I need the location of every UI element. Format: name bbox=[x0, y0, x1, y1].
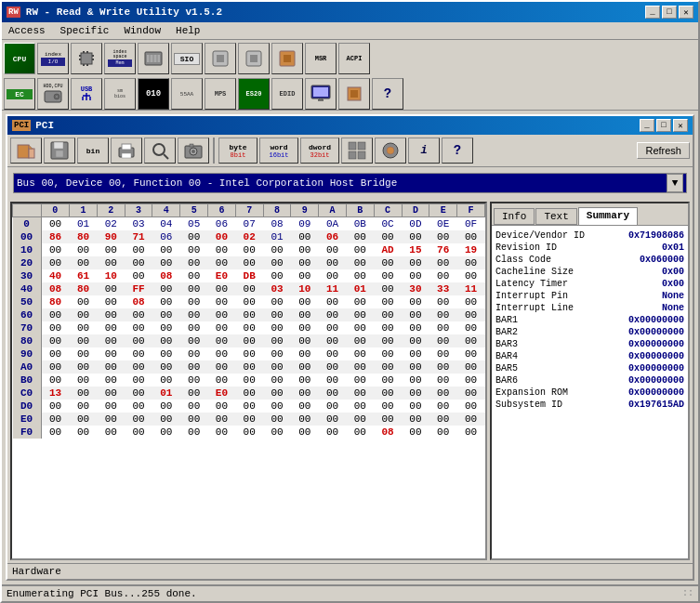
hex-cell[interactable]: 00 bbox=[291, 347, 319, 360]
hex-cell[interactable]: 00 bbox=[208, 308, 236, 321]
hex-grid[interactable]: 0 1 2 3 4 5 6 7 8 9 A B C bbox=[10, 202, 487, 560]
hex-cell[interactable]: 00 bbox=[70, 387, 98, 400]
hex-cell[interactable]: 33 bbox=[429, 282, 457, 295]
hex-cell[interactable]: 00 bbox=[208, 413, 236, 426]
hex-cell[interactable]: 00 bbox=[125, 243, 152, 256]
hex-cell[interactable]: 00 bbox=[152, 256, 180, 269]
hex-cell[interactable]: 00 bbox=[235, 334, 263, 347]
msr-toolbar-icon[interactable]: MSR bbox=[305, 43, 337, 74]
hex-cell[interactable]: 00 bbox=[125, 374, 152, 387]
gray1-toolbar-icon[interactable] bbox=[205, 43, 236, 74]
hex-cell[interactable]: 15 bbox=[402, 243, 429, 256]
hex-cell[interactable]: 00 bbox=[208, 282, 236, 295]
hex-cell[interactable]: 00 bbox=[208, 256, 236, 269]
hex-cell[interactable]: 00 bbox=[152, 308, 180, 321]
hex-cell[interactable]: 00 bbox=[208, 400, 236, 413]
device-combo[interactable]: Bus 00, Device 00, Function 00 - Intel C… bbox=[13, 173, 687, 193]
hex-cell[interactable]: 00 bbox=[97, 426, 125, 439]
pci-open-icon[interactable] bbox=[10, 138, 42, 164]
hex-cell[interactable]: 00 bbox=[41, 413, 70, 426]
hex-cell[interactable]: 00 bbox=[235, 360, 263, 374]
hex-cell[interactable]: 00 bbox=[41, 360, 70, 374]
hex-cell[interactable]: 40 bbox=[41, 269, 70, 282]
hex-cell[interactable]: 00 bbox=[208, 374, 236, 387]
help-toolbar-icon[interactable]: ? bbox=[372, 78, 403, 110]
hex-cell[interactable]: 00 bbox=[152, 243, 180, 256]
hex-cell[interactable]: 00 bbox=[263, 308, 291, 321]
hex-cell[interactable]: 00 bbox=[97, 295, 125, 308]
hex-cell[interactable]: 01 bbox=[263, 230, 291, 243]
hex-cell[interactable]: 00 bbox=[429, 269, 457, 282]
hex-cell[interactable]: 00 bbox=[180, 400, 208, 413]
hex-cell[interactable]: 00 bbox=[235, 295, 263, 308]
hex-cell[interactable]: 00 bbox=[125, 308, 152, 321]
hex-cell[interactable]: 00 bbox=[180, 269, 208, 282]
hex-cell[interactable]: 00 bbox=[429, 413, 457, 426]
hex-cell[interactable]: 00 bbox=[263, 256, 291, 269]
hex-cell[interactable]: 00 bbox=[291, 269, 319, 282]
hex-cell[interactable]: 00 bbox=[402, 256, 429, 269]
hex-cell[interactable]: 00 bbox=[41, 256, 70, 269]
hex-cell[interactable]: 00 bbox=[70, 334, 98, 347]
hex-cell[interactable]: 00 bbox=[235, 308, 263, 321]
hex-cell[interactable]: 00 bbox=[346, 295, 374, 308]
hex-cell[interactable]: 00 bbox=[374, 269, 402, 282]
hex-cell[interactable]: 00 bbox=[346, 256, 374, 269]
hex-cell[interactable]: 00 bbox=[180, 295, 208, 308]
hex-cell[interactable]: 00 bbox=[152, 282, 180, 295]
hex-cell[interactable]: 00 bbox=[291, 400, 319, 413]
hex-cell[interactable]: 00 bbox=[263, 360, 291, 374]
hex-cell[interactable]: 07 bbox=[235, 217, 263, 231]
hex-cell[interactable]: 00 bbox=[235, 282, 263, 295]
hex-cell[interactable]: 00 bbox=[346, 243, 374, 256]
hex-cell[interactable]: 06 bbox=[208, 217, 236, 231]
hex-cell[interactable]: 00 bbox=[346, 374, 374, 387]
hex-cell[interactable]: 00 bbox=[457, 334, 485, 347]
hex-cell[interactable]: 00 bbox=[97, 374, 125, 387]
hex-cell[interactable]: 00 bbox=[125, 426, 152, 439]
ec-toolbar-icon[interactable]: EC bbox=[4, 78, 35, 110]
hex-cell[interactable]: 00 bbox=[429, 387, 457, 400]
hex-cell[interactable]: 00 bbox=[346, 347, 374, 360]
hex-cell[interactable]: 00 bbox=[291, 243, 319, 256]
hex-cell[interactable]: 03 bbox=[125, 217, 152, 231]
hex-cell[interactable]: 00 bbox=[152, 360, 180, 374]
hex-cell[interactable]: 00 bbox=[429, 295, 457, 308]
hex-cell[interactable]: DB bbox=[235, 269, 263, 282]
hex-cell[interactable]: 00 bbox=[429, 334, 457, 347]
hex-cell[interactable]: 08 bbox=[41, 282, 70, 295]
tab-info[interactable]: Info bbox=[494, 208, 535, 225]
hex-cell[interactable]: 00 bbox=[208, 334, 236, 347]
hex-cell[interactable]: 00 bbox=[208, 321, 236, 334]
hex-cell[interactable]: 00 bbox=[263, 426, 291, 439]
hex-cell[interactable]: 00 bbox=[180, 347, 208, 360]
hex-cell[interactable]: 00 bbox=[319, 321, 347, 334]
combo-dropdown-arrow[interactable]: ▼ bbox=[667, 174, 683, 192]
hex-cell[interactable]: 80 bbox=[70, 230, 98, 243]
hex-cell[interactable]: 04 bbox=[152, 217, 180, 231]
hex-cell[interactable]: 00 bbox=[402, 387, 429, 400]
hex-cell[interactable]: 00 bbox=[291, 321, 319, 334]
hex-cell[interactable]: 02 bbox=[97, 217, 125, 231]
hex-cell[interactable]: 00 bbox=[70, 256, 98, 269]
hex-cell[interactable]: 00 bbox=[291, 360, 319, 374]
hex-cell[interactable]: 00 bbox=[457, 387, 485, 400]
hex-cell[interactable]: 00 bbox=[457, 400, 485, 413]
hex-cell[interactable]: 00 bbox=[291, 413, 319, 426]
hex-cell[interactable]: 00 bbox=[319, 256, 347, 269]
hex-cell[interactable]: 00 bbox=[402, 426, 429, 439]
hex-cell[interactable]: 00 bbox=[152, 321, 180, 334]
menu-access[interactable]: Access bbox=[6, 24, 48, 37]
hex-cell[interactable]: 00 bbox=[374, 282, 402, 295]
hex-cell[interactable]: 00 bbox=[319, 334, 347, 347]
hex-cell[interactable]: 00 bbox=[125, 334, 152, 347]
hex-cell[interactable]: 00 bbox=[374, 347, 402, 360]
hex-cell[interactable]: 00 bbox=[235, 374, 263, 387]
hex-cell[interactable]: 00 bbox=[319, 243, 347, 256]
hex-cell[interactable]: 00 bbox=[319, 400, 347, 413]
hex-cell[interactable]: 00 bbox=[346, 413, 374, 426]
hex-cell[interactable]: 00 bbox=[180, 256, 208, 269]
pci-minimize-button[interactable]: _ bbox=[640, 119, 654, 132]
hex-cell[interactable]: 08 bbox=[263, 217, 291, 231]
hex-cell[interactable]: 00 bbox=[374, 321, 402, 334]
